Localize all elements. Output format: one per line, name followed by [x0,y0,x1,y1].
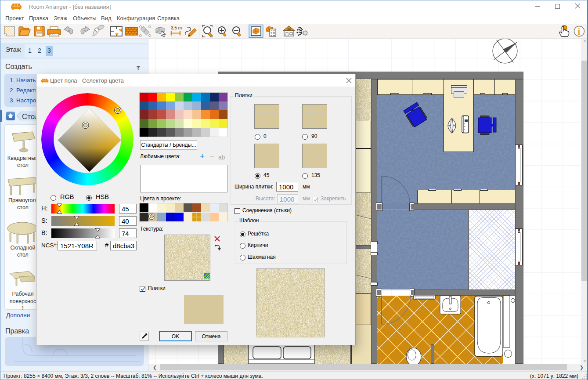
svg-text:3,5 m: 3,5 m [171,25,182,30]
svg-text:i: i [578,26,581,37]
svg-text:3D: 3D [287,27,291,30]
